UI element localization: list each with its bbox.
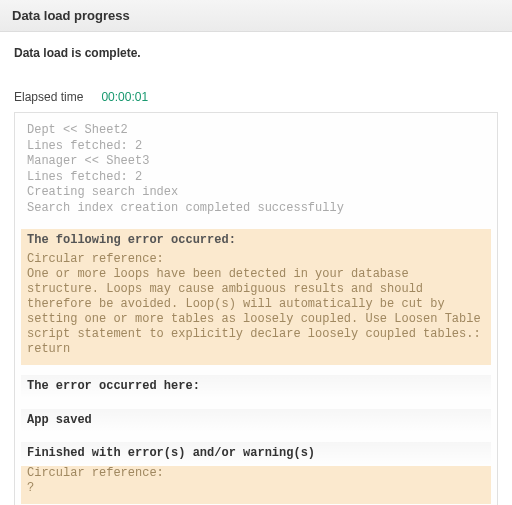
dialog-content: Data load is complete. Elapsed time 00:0…	[0, 32, 512, 505]
error-heading: The following error occurred:	[21, 229, 491, 253]
log-line: Search index creation completed successf…	[27, 201, 485, 217]
elapsed-label: Elapsed time	[14, 90, 83, 104]
app-saved-heading: App saved	[21, 409, 491, 433]
elapsed-row: Elapsed time 00:00:01	[14, 90, 498, 104]
dialog-title: Data load progress	[12, 8, 500, 23]
dialog-header: Data load progress	[0, 0, 512, 32]
error-block: The following error occurred: Circular r…	[21, 229, 491, 366]
log-line: Dept << Sheet2	[27, 123, 485, 139]
error-title-2: Circular reference:	[27, 466, 485, 481]
error-body: Circular reference: One or more loops ha…	[21, 252, 491, 365]
elapsed-value: 00:00:01	[101, 90, 148, 104]
error-location-heading: The error occurred here:	[21, 375, 491, 399]
log-panel: Dept << Sheet2 Lines fetched: 2 Manager …	[14, 112, 498, 505]
log-line: Creating search index	[27, 185, 485, 201]
error-text: One or more loops have been detected in …	[27, 267, 485, 357]
log-line: Manager << Sheet3	[27, 154, 485, 170]
finished-heading: Finished with error(s) and/or warning(s)	[21, 442, 491, 466]
error-title: Circular reference:	[27, 252, 485, 267]
error-text-2: ?	[27, 481, 485, 496]
log-line: Lines fetched: 2	[27, 139, 485, 155]
load-lines: Dept << Sheet2 Lines fetched: 2 Manager …	[21, 119, 491, 229]
error-body-2: Circular reference: ?	[21, 466, 491, 504]
error-block-2: Circular reference: ?	[21, 466, 491, 504]
status-message: Data load is complete.	[14, 46, 498, 60]
log-line: Lines fetched: 2	[27, 170, 485, 186]
